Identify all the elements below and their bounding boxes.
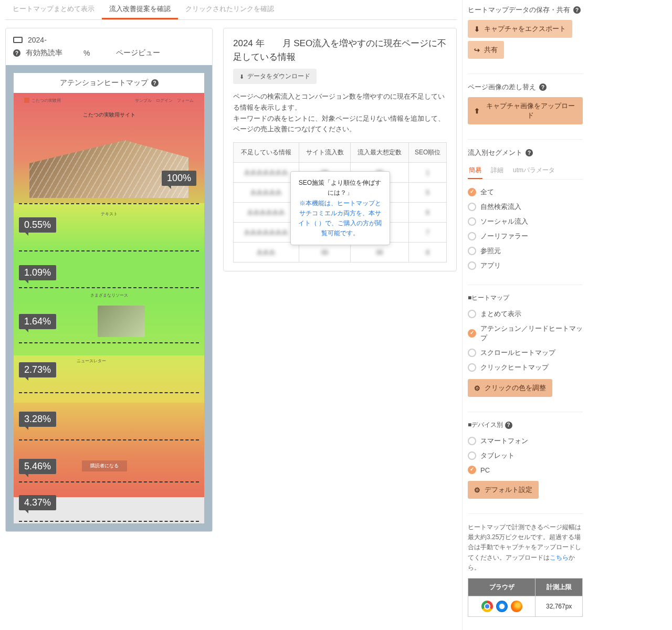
- help-icon[interactable]: ?: [13, 49, 20, 57]
- segment-tab-simple[interactable]: 簡易: [468, 163, 482, 179]
- adjust-click-color-button[interactable]: クリックの色を調整: [468, 379, 552, 397]
- gear-icon: [474, 486, 480, 494]
- device-tablet[interactable]: タブレット: [468, 448, 583, 463]
- download-icon: [239, 73, 244, 80]
- firefox-icon: [511, 601, 522, 612]
- share-icon: [474, 46, 480, 54]
- safari-icon: [496, 601, 508, 612]
- segment-title: 流入別セグメント: [468, 148, 522, 158]
- period-label: 2024-: [28, 36, 47, 44]
- help-icon[interactable]: ?: [505, 422, 512, 429]
- heatmap-badge: 1.09%: [19, 265, 56, 280]
- main-tabs: ヒートマップまとめて表示 流入改善提案を確認 クリックされたリンクを確認: [5, 0, 457, 20]
- heatmap-badge: 3.28%: [19, 412, 56, 427]
- segment-referral[interactable]: 参照元: [468, 244, 583, 258]
- help-icon[interactable]: ?: [573, 6, 581, 14]
- segment-tab-utm[interactable]: utmパラメータ: [512, 163, 556, 179]
- table-row: あああ00008: [234, 243, 447, 262]
- default-settings-button[interactable]: デフォルト設定: [468, 481, 539, 499]
- measurement-note: ヒートマップで計測できるページ縦幅は最大約3.25万ピクセルです。超過する場合は…: [468, 522, 583, 573]
- device-icon: [13, 37, 23, 43]
- mini-subscribe-btn: 購読者になる: [82, 460, 127, 471]
- read-rate-unit: %: [83, 49, 90, 57]
- save-share-title: ヒートマップデータの保存・共有: [468, 5, 570, 15]
- th-site-inflow: サイト流入数: [299, 143, 351, 163]
- mini-site-title: こたつの実験用サイト: [14, 111, 204, 119]
- mini-text-heading: テキスト: [14, 211, 204, 217]
- share-button[interactable]: 共有: [468, 41, 504, 59]
- th-browser: ブラウザ: [468, 578, 536, 596]
- segment-app[interactable]: アプリ: [468, 258, 583, 273]
- tab-clicked-links[interactable]: クリックされたリンクを確認: [178, 0, 281, 19]
- gear-icon: [474, 384, 480, 392]
- mini-resources-heading: さまざまなリソース: [14, 292, 204, 298]
- replace-image-title: ページ画像の差し替え: [468, 82, 536, 92]
- heatmap-badge: 5.46%: [19, 459, 56, 474]
- hm-all[interactable]: まとめて表示: [468, 307, 583, 321]
- attention-heatmap: こたつの実験用サンプル ログイン フォーム こたつの実験用サイト テキスト さま…: [14, 93, 204, 523]
- info-desc-2: キーワードの表をヒントに、対象ページに足りない情報を追加して、ページの売上改善に…: [233, 113, 447, 135]
- device-pc[interactable]: PC: [468, 463, 583, 477]
- heatmap-badge: 1.64%: [19, 314, 56, 329]
- browser-limit-table: ブラウザ 計測上限 32,767px: [468, 578, 583, 617]
- hm-click[interactable]: クリックヒートマップ: [468, 360, 583, 375]
- mini-newsletter-heading: ニュースレター: [77, 358, 106, 364]
- pageview-label: ページビュー: [116, 48, 160, 58]
- heatmap-badge: 2.73%: [19, 362, 56, 377]
- device-section-title: ■デバイス別: [468, 421, 503, 428]
- hm-attention[interactable]: アテンション／リードヒートマップ: [468, 321, 583, 345]
- read-rate-label: 有効熟読率: [26, 48, 62, 58]
- seo-popover: SEO施策「より順位を伸ばすには？」 ※本機能は、ヒートマップとサチコミエルカ両…: [290, 171, 390, 245]
- tab-inflow-proposals[interactable]: 流入改善提案を確認: [102, 0, 178, 19]
- hm-scroll[interactable]: スクロールヒートマップ: [468, 345, 583, 360]
- segment-tab-detail[interactable]: 詳細: [490, 163, 505, 179]
- th-max-inflow: 流入最大想定数: [350, 143, 408, 163]
- info-panel: 2024 年 月 SEO流入を増やすのに現在ページに不足している情報 データをダ…: [223, 28, 457, 271]
- heatmap-panel: 2024- ? 有効熟読率 % ページビュー アテンションヒートマップ ?: [5, 28, 213, 532]
- segment-all[interactable]: 全て: [468, 185, 583, 200]
- heatmap-badge: 4.37%: [19, 495, 56, 510]
- table-row: 32,767px: [468, 596, 583, 616]
- upload-capture-button[interactable]: キャプチャ画像をアップロード: [468, 97, 583, 124]
- device-smartphone[interactable]: スマートフォン: [468, 434, 583, 448]
- help-icon[interactable]: ?: [539, 83, 547, 91]
- heatmap-section-title: ■ヒートマップ: [468, 293, 583, 302]
- download-icon: [474, 25, 480, 33]
- tab-heatmap-all[interactable]: ヒートマップまとめて表示: [5, 0, 102, 19]
- th-limit: 計測上限: [536, 578, 583, 596]
- th-seo-rank: SEO順位: [409, 143, 447, 163]
- th-missing-info: 不足している情報: [234, 143, 299, 163]
- popover-title: SEO施策「より順位を伸ばすには？」: [297, 178, 383, 198]
- export-capture-button[interactable]: キャプチャをエクスポート: [468, 20, 572, 38]
- help-icon[interactable]: ?: [526, 149, 533, 156]
- upload-icon: [474, 107, 480, 115]
- chrome-icon: [481, 601, 493, 612]
- heatmap-badge: 0.55%: [19, 217, 56, 233]
- segment-organic[interactable]: 自然検索流入: [468, 200, 583, 214]
- segment-noreferrer[interactable]: ノーリファラー: [468, 229, 583, 244]
- help-icon[interactable]: ?: [151, 79, 159, 87]
- info-desc-1: ページへの検索流入とコンバージョン数を増やすのに現在不足している情報を表示します…: [233, 91, 447, 113]
- info-title: 2024 年 月 SEO流入を増やすのに現在ページに不足している情報: [233, 37, 447, 64]
- heatmap-badge: 100%: [162, 171, 196, 186]
- popover-link[interactable]: ）で、ご購入の方が閲覧可能です。: [319, 219, 382, 237]
- upload-here-link[interactable]: こちら: [550, 554, 569, 561]
- segment-social[interactable]: ソーシャル流入: [468, 214, 583, 229]
- download-data-button[interactable]: データをダウンロード: [233, 69, 317, 84]
- heatmap-title: アテンションヒートマップ: [60, 78, 148, 88]
- limit-value: 32,767px: [536, 596, 583, 616]
